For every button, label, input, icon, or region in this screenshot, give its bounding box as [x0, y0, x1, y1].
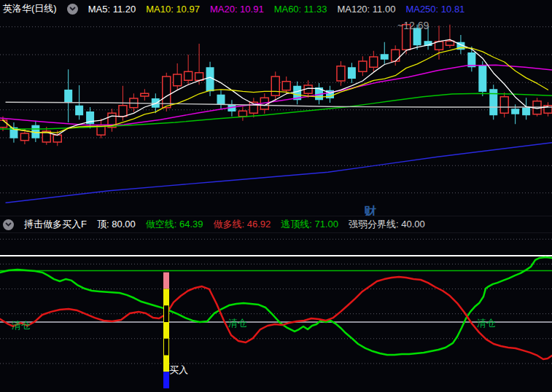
signal-bar-segment	[163, 273, 169, 289]
candle-body-up	[271, 77, 279, 95]
candle-body-up	[184, 71, 193, 80]
ma5-value: MA5: 11.20	[88, 4, 136, 15]
ma120-value: MA120: 11.00	[337, 4, 395, 15]
candle-body-down	[217, 95, 225, 105]
indicator-panel-header: 搏击做多买入F 顶: 80.00 做空线: 64.39 做多线: 46.92 逃…	[0, 216, 552, 233]
candle-body-down	[64, 90, 72, 102]
field-divider-line: 强弱分界线: 40.00	[349, 218, 425, 231]
candle-body-down	[75, 106, 83, 116]
chevron-down-icon[interactable]	[67, 4, 78, 15]
candle-body-up	[392, 50, 400, 61]
field-escape-line: 逃顶线: 71.00	[281, 218, 338, 231]
candle-body-down	[522, 108, 530, 116]
field-long-line: 做多线: 46.92	[213, 218, 271, 231]
signal-bar-segment	[163, 289, 169, 372]
candle-body-down	[348, 67, 356, 79]
candle-body-up	[163, 77, 171, 108]
candle-body-up	[359, 61, 367, 71]
ma120-line	[6, 102, 552, 107]
candle-body-up	[174, 74, 182, 86]
candle-body-down	[478, 66, 486, 92]
candle-body-up	[446, 41, 454, 45]
ma20-value: MA20: 10.91	[210, 4, 264, 15]
signal-bar-hollow-box	[164, 305, 168, 322]
trading-terminal: 英洛华(日线) MA5: 11.20 MA10: 10.97 MA20: 10.…	[0, 0, 552, 392]
buy-signal-label: 买入	[169, 364, 188, 375]
candle-body-up	[370, 57, 378, 67]
symbol-title: 英洛华(日线)	[3, 2, 57, 15]
candle-body-up	[53, 135, 61, 142]
candle-body-up	[500, 97, 508, 114]
signal-bar-hollow-box	[164, 339, 168, 356]
high-price-annotation: ~12.69	[397, 20, 429, 31]
ma250-value: MA250: 10.81	[405, 4, 464, 15]
chevron-down-icon[interactable]	[3, 219, 14, 230]
short-line-curve	[0, 257, 552, 355]
ma60-value: MA60: 11.33	[274, 4, 327, 15]
signal-bar-segment	[163, 372, 169, 388]
field-short-line: 做空线: 64.39	[146, 218, 203, 231]
clear-position-label: 清仓	[228, 318, 247, 329]
indicator-name: 搏击做多买入F	[24, 218, 87, 231]
candle-body-down	[381, 54, 389, 60]
ma250-line	[6, 143, 552, 203]
clear-position-label: 清仓	[12, 320, 31, 331]
candle-body-up	[238, 111, 246, 117]
candle-body-up	[195, 73, 203, 81]
indicator-chart[interactable]: 清仓清仓清仓买入	[0, 232, 552, 392]
candle-body-down	[511, 109, 519, 114]
clear-position-label: 清仓	[477, 318, 496, 329]
watermark-text: 财	[363, 205, 376, 216]
price-panel-header: 英洛华(日线) MA5: 11.20 MA10: 10.97 MA20: 10.…	[0, 0, 552, 17]
candle-body-up	[282, 82, 290, 90]
candle-body-down	[489, 89, 497, 115]
candle-body-up	[141, 93, 149, 96]
candle-body-up	[20, 133, 28, 141]
candlestick-chart[interactable]: ~12.69财	[0, 17, 552, 216]
field-top: 顶: 80.00	[97, 218, 136, 231]
candle-body-up	[337, 66, 345, 81]
ma10-value: MA10: 10.97	[146, 4, 200, 15]
candle-body-up	[119, 106, 127, 117]
